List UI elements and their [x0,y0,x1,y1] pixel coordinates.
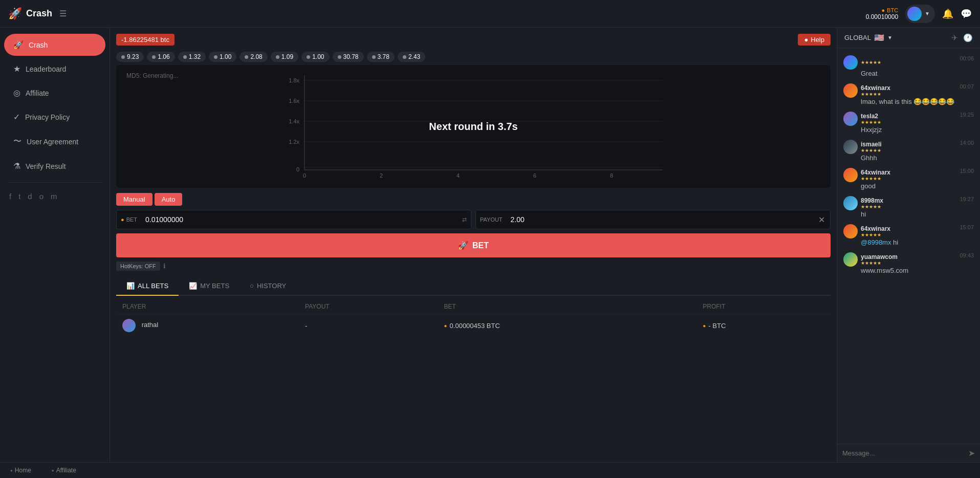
md5-text: MD5: Generating... [126,72,178,79]
user-stars: ★★★★★ [861,120,881,125]
sidebar-item-label: Verify Result [26,162,66,170]
chat-global: GLOBAL 🇺🇸 ▼ [844,33,892,42]
message-text: Ghhh [843,154,974,162]
col-bet: BET [438,299,697,315]
header: 🚀 Crash ☰ ● BTC 0.00010000 ▼ 🔔 💬 [0,0,980,28]
tab-history[interactable]: ○ HISTORY [239,277,296,296]
header-right: ● BTC 0.00010000 ▼ 🔔 💬 [866,5,972,23]
history-pill-7[interactable]: 30.78 [333,52,364,62]
chat-panel: GLOBAL 🇺🇸 ▼ ✈ 🕐 ★★★★★ 00 [837,28,980,462]
notifications-button[interactable]: 🔔 [942,8,953,19]
header-left: 🚀 Crash ☰ [8,7,67,20]
table-row: rathal - ● 0.00000453 BTC ● - BTC [116,315,831,337]
tab-my-bets[interactable]: 📈 MY BETS [179,277,239,296]
sidebar-item-affiliate[interactable]: ◎ Affiliate [4,82,105,104]
username: tesla2 [861,113,881,120]
avatar [907,7,922,21]
bet-amount-input[interactable] [141,210,458,229]
bet-amount: ● 0.00000453 BTC [444,322,691,330]
chat-message: 64xwinarx ★★★★★ 15:07 @8998mx hi [837,221,980,249]
hamburger-button[interactable]: ☰ [59,9,67,18]
username: 64xwinarx [861,225,890,232]
bets-table: PLAYER PAYOUT BET PROFIT rathal - ● [116,299,831,336]
footer-home-link[interactable]: ● Home [10,467,31,474]
message-time: 09:43 [960,252,974,258]
history-pill-1[interactable]: 1.06 [147,52,175,62]
bet-label: ● BET [117,216,141,223]
avatar-dropdown-button[interactable]: ▼ [905,5,935,23]
message-text: hi [843,210,974,218]
username: 8998mx [861,197,883,204]
chevron-down-icon: ▼ [887,35,892,40]
facebook-icon[interactable]: f [9,192,11,201]
bet-arrows-icon[interactable]: ⇄ [458,216,471,223]
svg-text:1.2x: 1.2x [289,139,299,145]
history-bar: 9.23 1.06 1.32 1.00 2.08 1.09 1.00 30.78… [116,49,831,65]
chat-header-icons: ✈ 🕐 [951,33,973,42]
payout-input[interactable] [507,210,813,229]
sidebar-item-crash[interactable]: 🚀 Crash [4,34,105,56]
help-button[interactable]: ● Help [798,34,831,46]
user-stars: ★★★★★ [861,204,883,209]
sidebar-item-label: Leaderboard [26,65,66,73]
history-pill-4[interactable]: 2.08 [239,52,267,62]
player-name: rathal [142,321,159,329]
hotkeys-toggle[interactable]: HotKeys: OFF [116,262,160,271]
my-bets-icon: 📈 [189,282,197,290]
affiliate-icon: ◎ [13,88,20,98]
history-pill-3[interactable]: 1.00 [209,52,236,62]
home-dot-icon: ● [10,468,13,473]
history-pill-6[interactable]: 1.00 [301,52,329,62]
chat-message: tesla2 ★★★★★ 19:25 Hxxjzjz [837,108,980,137]
auto-tab[interactable]: Auto [155,193,183,206]
chat-clock-button[interactable]: 🕐 [963,33,973,42]
crash-value-badge: -1.86225481 btc [116,34,175,46]
chat-messages: ★★★★★ 00:06 Great 64xwinarx ★★★★★ [837,48,980,444]
bet-button[interactable]: 🚀 BET [116,233,831,257]
history-pill-9[interactable]: 2.43 [398,52,425,62]
chat-paper-plane-button[interactable]: ✈ [951,33,958,42]
sidebar-item-agreement[interactable]: 〜 User Agreement [4,130,105,153]
footer-affiliate-link[interactable]: ● Affiliate [52,467,76,474]
history-pill-0[interactable]: 9.23 [116,52,144,62]
app-title: Crash [26,8,52,19]
rocket-icon: 🚀 [13,40,24,50]
chevron-down-icon: ▼ [925,11,930,16]
svg-text:8: 8 [610,172,613,179]
twitter-icon[interactable]: t [18,192,20,201]
agreement-icon: 〜 [13,136,21,147]
chat-send-button[interactable]: ➤ [968,448,975,458]
history-pill-5[interactable]: 1.09 [271,52,298,62]
sidebar-item-privacy[interactable]: ✓ Privacy Policy [4,106,105,128]
hotkeys-row: HotKeys: OFF ℹ [116,262,831,271]
bets-tabs: 📊 ALL BETS 📈 MY BETS ○ HISTORY [116,277,831,296]
manual-tab[interactable]: Manual [116,193,153,206]
message-text: good [843,182,974,190]
message-time: 00:06 [960,55,974,61]
other-icon2[interactable]: m [51,192,57,201]
chart-icon: 📊 [126,282,135,290]
sidebar-item-verify[interactable]: ⚗ Verify Result [4,155,105,177]
player-cell: rathal [116,315,299,337]
other-icon1[interactable]: o [39,192,43,201]
tab-all-bets[interactable]: 📊 ALL BETS [116,277,179,296]
chat-message-input[interactable] [842,449,964,457]
message-time: 14:00 [960,140,974,146]
discord-icon[interactable]: d [28,192,32,201]
user-stars: ★★★★★ [861,92,890,97]
username: 64xwinarx [861,169,890,176]
history-pill-8[interactable]: 3.78 [367,52,395,62]
history-pill-2[interactable]: 1.32 [178,52,206,62]
svg-text:4: 4 [456,172,460,179]
svg-text:0: 0 [296,166,299,172]
btc-coin-icon: ● [881,7,885,13]
message-text: www.msw5.com [843,267,974,274]
main-layout: 🚀 Crash ★ Leaderboard ◎ Affiliate ✓ Priv… [0,28,980,462]
payout-clear-button[interactable]: ✕ [813,215,830,225]
chat-toggle-button[interactable]: 💬 [961,8,972,19]
info-icon[interactable]: ℹ [163,263,166,270]
col-payout: PAYOUT [299,299,438,315]
sidebar-item-leaderboard[interactable]: ★ Leaderboard [4,58,105,80]
help-dot: ● [804,36,808,44]
chat-message: ismaeli ★★★★★ 14:00 Ghhh [837,137,980,165]
